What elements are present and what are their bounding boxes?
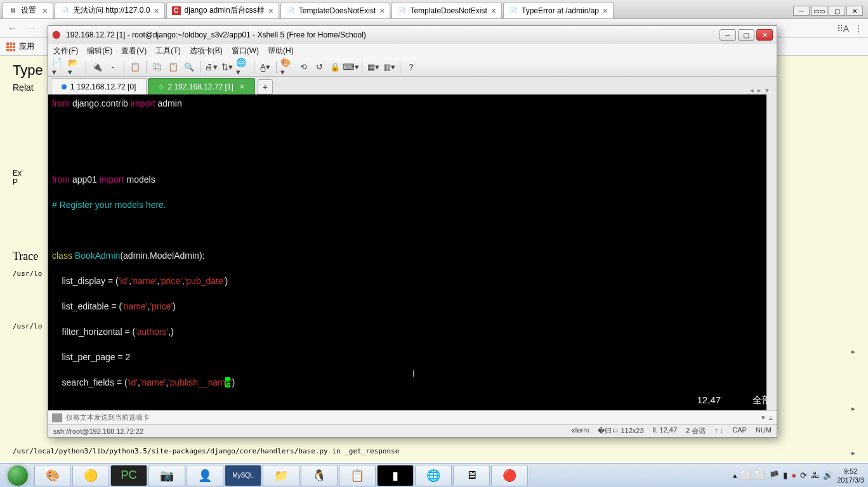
menu-file[interactable]: 文件(F) <box>53 46 78 56</box>
task-notepad[interactable]: 📋 <box>339 465 376 486</box>
menu-window[interactable]: 窗口(W) <box>232 46 259 56</box>
print-icon[interactable]: 🖨▾ <box>204 60 218 74</box>
task-chrome[interactable]: 🟡 <box>72 465 109 486</box>
chrome-tab-typeerror[interactable]: 📄TypeError at /admin/ap× <box>503 2 614 18</box>
log-icon[interactable]: ⟲ <box>296 60 310 74</box>
terminal-viewport[interactable]: from django.contrib import admin from ap… <box>48 94 777 410</box>
tray-sync-icon[interactable]: ⟳ <box>800 471 807 480</box>
tab-prev-icon[interactable]: ◂ <box>750 86 754 94</box>
task-explorer[interactable]: 📁 <box>263 465 299 486</box>
tray-bar-icon[interactable]: ▮ <box>783 471 787 480</box>
translate-icon[interactable]: ⠿A <box>837 23 849 34</box>
start-button[interactable] <box>1 464 34 487</box>
font-icon[interactable]: A̲▾ <box>258 60 272 74</box>
tray-volume-icon[interactable]: 🔊 <box>823 471 833 480</box>
tray-shield-icon[interactable]: ⬜ <box>755 471 765 480</box>
menu-help[interactable]: 帮助(H) <box>268 46 294 56</box>
globe-icon[interactable]: 🌐▾ <box>236 60 250 74</box>
close-icon[interactable]: × <box>376 6 385 16</box>
task-ie[interactable]: 🌐 <box>415 465 452 486</box>
close-icon[interactable]: × <box>487 6 496 16</box>
expand-toggle-icon[interactable]: ▸ <box>852 449 855 457</box>
tray-date: 2017/3/3 <box>837 476 864 484</box>
apps-label[interactable]: 应用 <box>19 41 34 52</box>
tray-up-icon[interactable]: ▴ <box>733 471 737 480</box>
status-arrows-icon[interactable]: ↑ ↓ <box>714 426 723 436</box>
task-qq[interactable]: 🐧 <box>301 465 338 486</box>
task-cmd[interactable]: ▮ <box>377 465 414 486</box>
minimize-icon[interactable]: ─ <box>793 6 810 16</box>
close-icon[interactable]: × <box>150 6 159 16</box>
list-icon[interactable]: ≡ <box>769 414 773 422</box>
lock-icon[interactable]: 🔒 <box>328 60 342 74</box>
properties-icon[interactable]: 📋 <box>128 60 142 74</box>
session-tab-0[interactable]: 1 192.168.12.72 [0] <box>51 78 147 94</box>
menu-icon[interactable]: ⋮ <box>854 23 863 34</box>
close-icon[interactable]: × <box>39 6 48 16</box>
tray-clock[interactable]: 9:52 2017/3/3 <box>837 467 864 484</box>
keyboard-icon[interactable]: ⌨▾ <box>344 60 358 74</box>
transfer-icon[interactable]: ⇅▾ <box>220 60 234 74</box>
compose-icon[interactable] <box>52 413 62 422</box>
add-tab-button[interactable]: + <box>258 79 273 94</box>
tray-app-icon[interactable]: ⬜ <box>741 471 751 480</box>
tab-next-icon[interactable]: ▸ <box>758 86 761 94</box>
minimize-button[interactable]: ─ <box>720 29 736 41</box>
dualscreen-icon[interactable]: ▭▭ <box>811 6 827 16</box>
tile-icon[interactable]: ▥▾ <box>382 60 396 74</box>
tab-list-icon[interactable]: ▾ <box>765 86 769 94</box>
task-avatar[interactable]: 👤 <box>187 465 223 486</box>
tray-network-icon[interactable]: 🖧 <box>811 471 819 480</box>
task-pycharm[interactable]: PC <box>110 465 147 486</box>
dropdown-icon[interactable]: ▾ <box>761 413 765 422</box>
reconnect-icon[interactable]: 🔌 <box>90 60 104 74</box>
task-paint[interactable]: 🎨 <box>34 465 71 486</box>
tray-rec-icon[interactable]: ● <box>791 471 796 480</box>
open-folder-icon[interactable]: 📂▾ <box>68 60 82 74</box>
copy-icon[interactable]: ⿻ <box>150 60 164 74</box>
close-icon[interactable]: ✕ <box>846 6 863 16</box>
tab-label: 2 192.168.12.72 [1] <box>168 82 233 91</box>
session-tab-1[interactable]: 2 192.168.12.72 [1]× <box>148 78 254 94</box>
forward-button[interactable]: → <box>24 21 39 36</box>
chrome-tab-settings[interactable]: ⚙设置× <box>3 2 53 18</box>
refresh-icon[interactable]: ↺ <box>312 60 326 74</box>
expand-toggle-icon[interactable]: ▸ <box>852 405 855 413</box>
close-button[interactable]: ✕ <box>756 29 773 41</box>
layout-icon[interactable]: ▦▾ <box>366 60 380 74</box>
traceback-bottom-path: /usr/local/python3/lib/python3.5/site-pa… <box>13 447 399 455</box>
chrome-tab-tmpl1[interactable]: 📄TemplateDoesNotExist× <box>280 2 391 18</box>
apps-grid-icon[interactable] <box>6 42 15 51</box>
code-line <box>52 401 773 410</box>
xshell-titlebar[interactable]: ⬤ 192.168.12.72 [1] - root@django:~/oldb… <box>48 26 777 44</box>
task-recorder[interactable]: 🔴 <box>491 465 528 486</box>
task-mysql[interactable]: MySQL <box>225 465 261 486</box>
find-icon[interactable]: 🔍 <box>182 60 196 74</box>
maximize-icon[interactable]: ▢ <box>829 6 845 16</box>
tray-time: 9:52 <box>837 467 864 476</box>
disconnect-icon[interactable]: - <box>106 60 120 74</box>
close-icon[interactable]: × <box>599 6 608 16</box>
expand-toggle-icon[interactable]: ▸ <box>852 347 855 356</box>
paste-icon[interactable]: 📋 <box>166 60 180 74</box>
menu-edit[interactable]: 编辑(E) <box>87 46 112 56</box>
terminal-scrollbar[interactable] <box>766 94 777 410</box>
menu-tab[interactable]: 选项卡(B) <box>190 46 223 56</box>
menu-view[interactable]: 查看(V) <box>121 46 147 56</box>
back-button[interactable]: ← <box>5 21 20 36</box>
close-icon[interactable]: × <box>240 82 244 91</box>
xshell-toolbar: 📄▾ 📂▾ 🔌 - 📋 ⿻ 📋 🔍 🖨▾ ⇅▾ 🌐▾ A̲▾ 🎨▾ ⟲ ↺ 🔒 … <box>48 58 777 77</box>
close-icon[interactable]: × <box>265 6 273 16</box>
help-icon[interactable]: ? <box>404 60 418 74</box>
task-vmware[interactable]: 🖥 <box>453 465 490 486</box>
text-cursor-icon: I <box>412 367 415 380</box>
new-session-icon[interactable]: 📄▾ <box>52 60 66 74</box>
color-icon[interactable]: 🎨▾ <box>280 60 294 74</box>
task-camera[interactable]: 📷 <box>148 465 185 486</box>
chrome-tab-tmpl2[interactable]: 📄TemplateDoesNotExist× <box>391 2 502 18</box>
chrome-tab-127[interactable]: 📄无法访问 http://127.0.0× <box>55 2 165 18</box>
menu-tools[interactable]: 工具(T) <box>155 46 180 56</box>
chrome-tab-django-css[interactable]: Cdjango admin后台css样× <box>166 2 279 18</box>
tray-flag-icon[interactable]: 🏴 <box>769 471 779 480</box>
maximize-button[interactable]: ▢ <box>738 29 754 41</box>
